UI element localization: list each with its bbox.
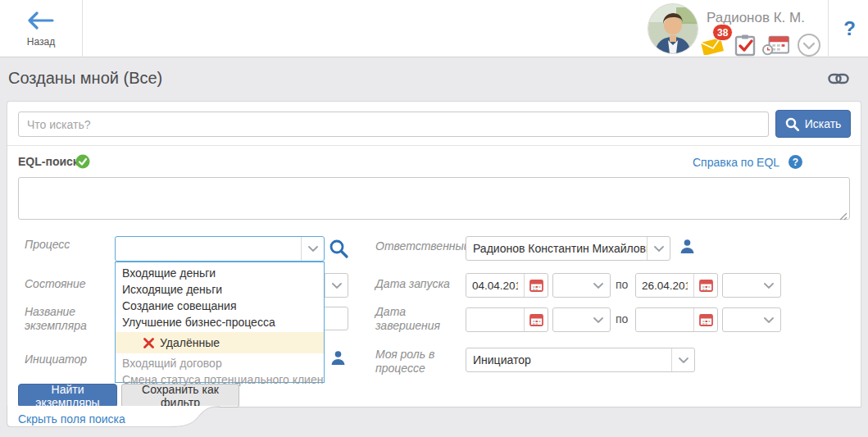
- end-time-from-value: [553, 308, 587, 331]
- panel-bottom-border: [234, 407, 861, 407]
- chevron-down-icon[interactable]: [301, 237, 324, 261]
- eql-help-icon[interactable]: ?: [788, 155, 802, 169]
- end-date-to-group: [635, 307, 718, 332]
- chevron-down-icon[interactable]: [587, 274, 610, 297]
- end-date-label: Дата завершения: [375, 305, 461, 333]
- page-title: Созданы мной (Все): [8, 69, 162, 88]
- more-chevron-circle-icon[interactable]: [795, 33, 823, 57]
- search-button[interactable]: Искать: [775, 110, 851, 138]
- process-select-value: [116, 237, 301, 261]
- instance-name-label: Название экземпляра: [25, 305, 110, 333]
- initiator-label: Инициатор: [25, 353, 110, 366]
- eql-valid-check-icon: [75, 154, 90, 172]
- start-date-from-group: [466, 273, 548, 298]
- help-button[interactable]: ?: [831, 0, 868, 57]
- calendar-icon[interactable]: [524, 274, 548, 297]
- back-button[interactable]: Назад: [15, 7, 67, 52]
- end-date-to-input[interactable]: [636, 308, 693, 331]
- top-header: Назад Радионов К. М. 38: [0, 0, 868, 57]
- chevron-down-icon[interactable]: [325, 274, 348, 297]
- eql-help-link[interactable]: Справка по EQL: [693, 156, 779, 169]
- calendar-icon[interactable]: [524, 308, 548, 331]
- header-divider-right: [828, 0, 829, 57]
- process-select[interactable]: [115, 236, 325, 262]
- eql-search-label: EQL-поиск: [18, 155, 79, 168]
- chevron-down-icon[interactable]: [757, 308, 780, 331]
- search-icon: [785, 117, 799, 131]
- section-divider: [7, 145, 861, 146]
- tasks-clipboard-icon[interactable]: [731, 33, 759, 57]
- dropdown-item[interactable]: Входящие деньги: [116, 265, 324, 281]
- start-date-label: Дата запуска: [375, 277, 461, 291]
- initiator-person-icon[interactable]: [329, 349, 347, 370]
- chevron-down-icon[interactable]: [671, 348, 694, 371]
- dropdown-item[interactable]: Входящий договор: [116, 355, 324, 371]
- end-time-from-select[interactable]: [552, 307, 611, 332]
- dropdown-item-deleted[interactable]: Удалённые: [116, 332, 324, 353]
- chevron-down-icon[interactable]: [647, 237, 670, 260]
- process-label: Процесс: [25, 238, 110, 252]
- start-date-to-input[interactable]: [636, 274, 693, 297]
- responsible-select[interactable]: Радионов Константин Михайлович (Ди: [466, 236, 670, 261]
- chevron-down-icon[interactable]: [587, 308, 610, 331]
- end-date-from-input[interactable]: [466, 308, 524, 331]
- my-role-select-value: Инициатор: [466, 348, 671, 371]
- calendar-icon[interactable]: [693, 274, 717, 297]
- my-role-label: Моя роль в процессе: [375, 348, 461, 376]
- process-search-icon[interactable]: [329, 239, 349, 262]
- dropdown-item[interactable]: Создание совещания: [116, 298, 324, 314]
- chevron-down-icon[interactable]: [757, 274, 780, 297]
- responsible-select-value: Радионов Константин Михайлович (Ди: [466, 237, 647, 260]
- hide-search-fields-link[interactable]: Скрыть поля поиска: [18, 412, 125, 426]
- back-label: Назад: [27, 36, 55, 48]
- calendar-clock-icon[interactable]: [762, 33, 790, 57]
- start-date-separator: по: [616, 278, 628, 291]
- end-date-from-group: [466, 307, 548, 332]
- header-divider: [82, 0, 83, 57]
- link-icon[interactable]: [828, 72, 849, 89]
- state-label: Состояние: [25, 277, 110, 291]
- dropdown-item[interactable]: Исходящие деньги: [116, 281, 324, 298]
- eql-query-textarea[interactable]: [18, 177, 850, 220]
- mail-badge: 38: [712, 24, 733, 41]
- start-time-from-select[interactable]: [552, 273, 611, 298]
- start-time-to-select[interactable]: [722, 273, 781, 298]
- search-input[interactable]: [18, 112, 769, 137]
- start-time-to-value: [723, 274, 757, 297]
- process-dropdown-list: Входящие деньги Исходящие деньги Создани…: [115, 262, 325, 383]
- end-time-to-value: [723, 308, 757, 331]
- responsible-person-icon[interactable]: [679, 238, 696, 258]
- dropdown-item[interactable]: Смена статуса потенциального клиента: [116, 371, 324, 388]
- back-arrow-icon: [28, 11, 54, 33]
- remove-x-icon: [143, 338, 154, 348]
- dropdown-item-label: Удалённые: [160, 332, 220, 353]
- end-date-separator: по: [616, 312, 628, 325]
- responsible-label: Ответственный: [375, 239, 461, 253]
- start-time-from-value: [553, 274, 587, 297]
- end-time-to-select[interactable]: [722, 307, 781, 332]
- avatar[interactable]: [648, 3, 698, 54]
- my-role-select[interactable]: Инициатор: [466, 348, 695, 372]
- app-window: Назад Радионов К. М. 38: [0, 0, 868, 437]
- search-button-label: Искать: [805, 117, 842, 130]
- start-date-from-input[interactable]: [466, 274, 524, 297]
- find-instances-button[interactable]: Найти экземпляры: [18, 384, 117, 407]
- dropdown-item[interactable]: Улучшение бизнес-процесса: [116, 314, 324, 330]
- start-date-to-group: [635, 273, 718, 298]
- calendar-icon[interactable]: [693, 308, 717, 331]
